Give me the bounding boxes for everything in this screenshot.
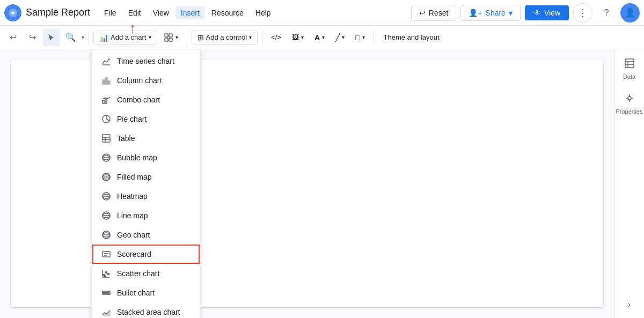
dropdown-item-pie-chart[interactable]: Pie chart <box>92 109 200 129</box>
table-icon <box>101 133 112 144</box>
dropdown-item-table[interactable]: Table <box>92 129 200 148</box>
zoom-chevron-icon: ▾ <box>82 34 84 40</box>
svg-point-38 <box>108 273 109 275</box>
svg-rect-14 <box>103 135 110 142</box>
top-bar-right: ↩ Reset 👤+ Share ▾ 👁 View ⋮ ? 👤 <box>411 3 640 23</box>
dropdown-item-bubble-map[interactable]: Bubble map <box>92 148 200 167</box>
undo-button[interactable]: ↩ <box>4 29 21 46</box>
line-map-label: Line map <box>117 211 148 220</box>
time-series-label: Time series chart <box>117 57 174 65</box>
properties-icon <box>624 93 635 106</box>
chart-type-dropdown-menu: Time series chartColumn chartCombo chart… <box>92 49 200 318</box>
svg-rect-3 <box>165 38 168 41</box>
reset-button[interactable]: ↩ Reset <box>411 5 457 21</box>
expand-button[interactable]: › <box>616 295 643 314</box>
heatmap-icon <box>101 191 112 202</box>
filled-map-icon <box>101 172 112 182</box>
share-chevron-icon: ▾ <box>509 9 513 17</box>
heatmap-label: Heatmap <box>117 192 148 201</box>
dropdown-item-column-chart[interactable]: Column chart <box>92 71 200 90</box>
add-control-icon: ⊞ <box>197 33 204 42</box>
menu-insert[interactable]: Insert <box>175 6 205 19</box>
line-map-icon <box>101 210 112 221</box>
bubble-map-icon <box>101 152 112 163</box>
svg-rect-33 <box>103 252 110 257</box>
top-bar: Sample Report File Edit View Insert Reso… <box>0 0 644 26</box>
table-label: Table <box>117 134 135 143</box>
dropdown-item-bullet-chart[interactable]: Bullet chart <box>92 283 200 302</box>
divider-1 <box>89 31 89 44</box>
view-button[interactable]: 👁 View <box>525 5 569 20</box>
zoom-button[interactable]: 🔍 <box>62 29 79 46</box>
data-source-button[interactable]: ▾ <box>159 31 182 45</box>
scorecard-icon <box>101 249 112 260</box>
shape-chevron-icon: ▾ <box>362 34 365 40</box>
add-chart-dropdown[interactable]: 📊 Add a chart ▾ <box>93 31 157 45</box>
app-title: Sample Report <box>26 7 90 18</box>
menu-file[interactable]: File <box>99 6 122 19</box>
pie-chart-icon <box>101 114 112 124</box>
menu-resource[interactable]: Resource <box>206 6 249 19</box>
svg-rect-8 <box>108 81 110 84</box>
scorecard-label: Scorecard <box>117 250 151 258</box>
column-chart-label: Column chart <box>117 76 162 85</box>
redo-button[interactable]: ↪ <box>24 29 41 46</box>
theme-layout-button[interactable]: Theme and layout <box>378 31 445 43</box>
scatter-chart-icon <box>101 268 112 279</box>
view-icon: 👁 <box>533 9 541 17</box>
svg-rect-43 <box>103 292 108 293</box>
bubble-map-label: Bubble map <box>117 153 157 162</box>
filled-map-label: Filled map <box>117 173 152 181</box>
divider-2 <box>187 31 187 44</box>
properties-panel-button[interactable]: Properties <box>616 88 643 119</box>
bullet-chart-label: Bullet chart <box>117 289 155 297</box>
shape-button[interactable]: □ ▾ <box>351 31 369 44</box>
svg-rect-2 <box>169 34 172 37</box>
dropdown-item-stacked-area[interactable]: Stacked area chart <box>92 302 200 318</box>
data-source-chevron-icon: ▾ <box>175 34 178 40</box>
menu-edit[interactable]: Edit <box>123 6 147 19</box>
red-arrow-indicator: ↓ <box>129 21 136 39</box>
dropdown-item-combo-chart[interactable]: Combo chart <box>92 90 200 109</box>
right-panel: Data Properties › <box>614 49 644 318</box>
svg-rect-1 <box>165 34 168 37</box>
dropdown-item-filled-map[interactable]: Filled map <box>92 167 200 187</box>
data-icon <box>624 58 635 71</box>
svg-rect-6 <box>103 80 105 84</box>
text-button[interactable]: A ▾ <box>310 31 329 44</box>
dropdown-item-scorecard[interactable]: Scorecard <box>92 245 200 264</box>
menu-view[interactable]: View <box>148 6 174 19</box>
pie-chart-label: Pie chart <box>117 115 147 123</box>
image-icon: 🖼 <box>292 33 299 41</box>
avatar[interactable]: 👤 <box>620 3 640 23</box>
dropdown-item-time-series[interactable]: Time series chart <box>92 51 200 71</box>
data-panel-button[interactable]: Data <box>616 54 643 84</box>
combo-chart-label: Combo chart <box>117 95 160 104</box>
reset-icon: ↩ <box>419 9 426 17</box>
column-chart-icon <box>101 75 112 86</box>
geo-chart-icon <box>101 230 112 240</box>
menu-bar: File Edit View Insert Resource Help <box>99 6 276 19</box>
dropdown-item-scatter-chart[interactable]: Scatter chart <box>92 264 200 283</box>
dropdown-item-geo-chart[interactable]: Geo chart <box>92 225 200 245</box>
image-button[interactable]: 🖼 ▾ <box>288 31 308 43</box>
svg-rect-7 <box>105 78 107 84</box>
more-options-button[interactable]: ⋮ <box>573 3 592 23</box>
scatter-chart-label: Scatter chart <box>117 269 159 278</box>
dropdown-item-line-map[interactable]: Line map <box>92 206 200 225</box>
select-tool-button[interactable] <box>43 29 60 46</box>
app-logo <box>4 4 21 21</box>
svg-line-13 <box>106 119 109 121</box>
add-control-dropdown[interactable]: ⊞ Add a control ▾ <box>192 31 258 45</box>
stacked-area-label: Stacked area chart <box>117 308 180 316</box>
code-button[interactable]: </> <box>267 31 286 43</box>
svg-point-60 <box>628 97 631 100</box>
add-chart-chevron-icon: ▾ <box>149 34 151 40</box>
share-button[interactable]: 👤+ Share ▾ <box>460 5 521 21</box>
menu-help[interactable]: Help <box>250 6 276 19</box>
help-button[interactable]: ? <box>597 3 616 23</box>
line-button[interactable]: ╱ ▾ <box>331 31 349 44</box>
expand-icon: › <box>628 300 631 309</box>
dropdown-item-heatmap[interactable]: Heatmap <box>92 187 200 206</box>
svg-point-37 <box>106 272 107 273</box>
